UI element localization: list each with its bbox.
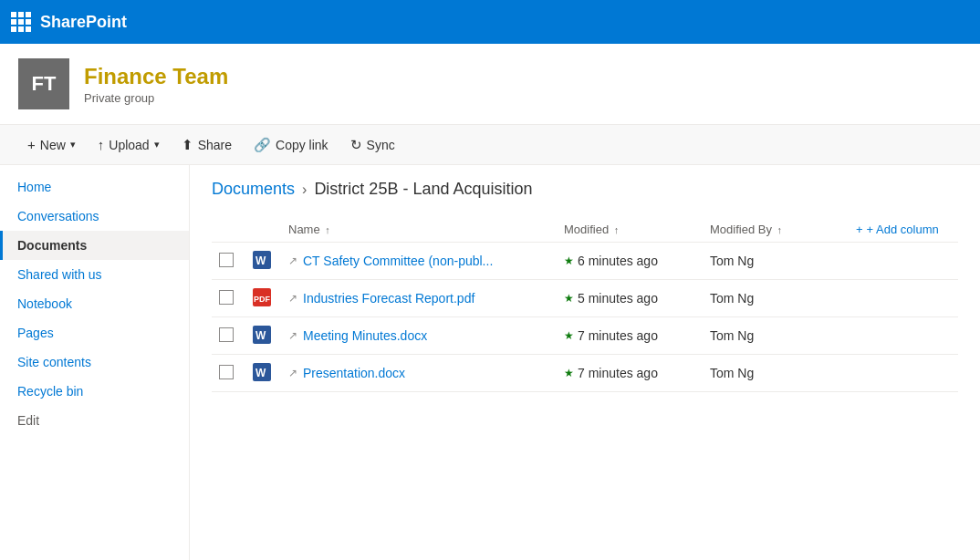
topbar-title: SharePoint	[40, 13, 127, 32]
breadcrumb-documents[interactable]: Documents	[212, 180, 295, 199]
site-info: Finance Team Private group	[84, 64, 228, 105]
modified-by-cell: Tom Ng	[703, 280, 849, 317]
site-name: Finance Team	[84, 64, 228, 89]
content-area: Documents › District 25B - Land Acquisit…	[190, 165, 980, 560]
svg-text:W: W	[255, 367, 266, 379]
svg-text:PDF: PDF	[254, 295, 271, 304]
row-checkbox-cell	[212, 280, 245, 317]
sync-button[interactable]: ↻ Sync	[341, 132, 404, 158]
row-checkbox[interactable]	[219, 327, 234, 342]
extra-col-cell	[849, 355, 958, 392]
modified-by-col-header[interactable]: Modified By ↑	[703, 217, 849, 243]
file-name-cell: ↗ Presentation.docx	[281, 355, 557, 392]
file-link[interactable]: Presentation.docx	[303, 366, 405, 380]
file-link[interactable]: Industries Forecast Report.pdf	[303, 291, 474, 306]
row-checkbox-cell	[212, 317, 245, 355]
share-icon: ⬆	[182, 137, 193, 153]
share-label: Share	[198, 138, 232, 152]
word-icon: W	[252, 325, 272, 345]
file-name-cell: ↗ Meeting Minutes.docx	[281, 317, 557, 355]
copy-link-button[interactable]: 🔗 Copy link	[245, 132, 338, 158]
add-column-header[interactable]: + + Add column	[849, 217, 958, 243]
breadcrumb: Documents › District 25B - Land Acquisit…	[212, 180, 958, 199]
modified-value: 7 minutes ago	[578, 366, 658, 380]
pdf-icon: PDF	[252, 287, 272, 307]
toolbar: + New ▾ ↑ Upload ▾ ⬆ Share 🔗 Copy link ↻…	[0, 125, 980, 165]
file-icon-cell: W	[245, 317, 281, 355]
name-col-header[interactable]: Name ↑	[281, 217, 557, 243]
plus-icon: +	[27, 137, 36, 152]
upload-button[interactable]: ↑ Upload ▾	[89, 132, 169, 157]
word-icon: W	[252, 362, 272, 382]
modified-by-value: Tom Ng	[710, 328, 754, 343]
link-icon: 🔗	[254, 137, 271, 153]
modified-by-cell: Tom Ng	[703, 243, 849, 280]
add-column-button[interactable]: + + Add column	[856, 223, 939, 236]
sync-label: Sync	[367, 138, 395, 152]
table-row: W ↗ Presentation.docx ★ 7 minutes ago To…	[212, 355, 958, 392]
svg-text:W: W	[255, 329, 266, 342]
open-in-new-icon: ↗	[288, 329, 297, 342]
open-in-new-icon: ↗	[288, 292, 297, 305]
modified-value: 5 minutes ago	[578, 291, 658, 306]
row-checkbox[interactable]	[219, 290, 234, 305]
file-icon-cell: PDF	[245, 280, 281, 317]
modified-col-header[interactable]: Modified ↑	[557, 217, 703, 243]
svg-text:W: W	[255, 254, 266, 267]
file-link[interactable]: Meeting Minutes.docx	[303, 328, 427, 343]
extra-col-cell	[849, 280, 958, 317]
waffle-button[interactable]	[11, 12, 31, 32]
modified-col-label: Modified	[564, 223, 609, 236]
sidebar-item-pages[interactable]: Pages	[0, 318, 189, 347]
add-col-label: + Add column	[867, 223, 939, 236]
select-all-col	[212, 217, 245, 243]
sidebar-item-site-contents[interactable]: Site contents	[0, 347, 189, 377]
file-icon-cell: W	[245, 243, 281, 280]
name-sort-icon: ↑	[325, 224, 330, 235]
modified-sort-icon: ↑	[614, 224, 620, 235]
sidebar-item-notebook[interactable]: Notebook	[0, 289, 189, 318]
sidebar-item-shared[interactable]: Shared with us	[0, 260, 189, 289]
file-icon-cell: W	[245, 355, 281, 392]
add-col-plus-icon: +	[856, 223, 863, 236]
sidebar-item-conversations[interactable]: Conversations	[0, 202, 189, 231]
upload-icon: ↑	[98, 137, 105, 152]
row-checkbox-cell	[212, 243, 245, 280]
sidebar-item-recycle-bin[interactable]: Recycle bin	[0, 377, 189, 406]
breadcrumb-current: District 25B - Land Acquisition	[314, 180, 532, 199]
modified-by-cell: Tom Ng	[703, 317, 849, 355]
table-row: W ↗ Meeting Minutes.docx ★ 7 minutes ago…	[212, 317, 958, 355]
file-link[interactable]: CT Safety Committee (non-publ...	[303, 254, 493, 268]
open-in-new-icon: ↗	[288, 367, 297, 379]
star-icon: ★	[564, 254, 574, 267]
modified-by-cell: Tom Ng	[703, 355, 849, 392]
site-header: FT Finance Team Private group	[0, 44, 980, 125]
copy-link-label: Copy link	[276, 138, 328, 152]
modified-cell: ★ 7 minutes ago	[557, 355, 703, 392]
avatar: FT	[18, 58, 69, 109]
file-name-cell: ↗ Industries Forecast Report.pdf	[281, 280, 557, 317]
row-checkbox[interactable]	[219, 365, 234, 379]
modified-cell: ★ 7 minutes ago	[557, 317, 703, 355]
extra-col-cell	[849, 317, 958, 355]
sidebar-item-edit[interactable]: Edit	[0, 406, 189, 435]
star-icon: ★	[564, 292, 574, 305]
upload-label: Upload	[109, 138, 149, 152]
share-button[interactable]: ⬆ Share	[172, 132, 241, 158]
modified-cell: ★ 5 minutes ago	[557, 280, 703, 317]
new-label: New	[40, 138, 66, 152]
extra-col-cell	[849, 243, 958, 280]
table-row: W ↗ CT Safety Committee (non-publ... ★ 6…	[212, 243, 958, 280]
file-name-cell: ↗ CT Safety Committee (non-publ...	[281, 243, 557, 280]
sidebar-item-home[interactable]: Home	[0, 172, 189, 202]
sidebar-item-documents[interactable]: Documents	[0, 231, 189, 260]
modified-cell: ★ 6 minutes ago	[557, 243, 703, 280]
sync-icon: ↻	[350, 137, 362, 153]
main-layout: Home Conversations Documents Shared with…	[0, 165, 980, 560]
modified-by-value: Tom Ng	[710, 291, 754, 306]
row-checkbox[interactable]	[219, 253, 234, 267]
modified-by-sort-icon: ↑	[777, 224, 783, 235]
name-col-label: Name	[288, 223, 320, 236]
table-row: PDF ↗ Industries Forecast Report.pdf ★ 5…	[212, 280, 958, 317]
new-button[interactable]: + New ▾	[18, 132, 85, 157]
